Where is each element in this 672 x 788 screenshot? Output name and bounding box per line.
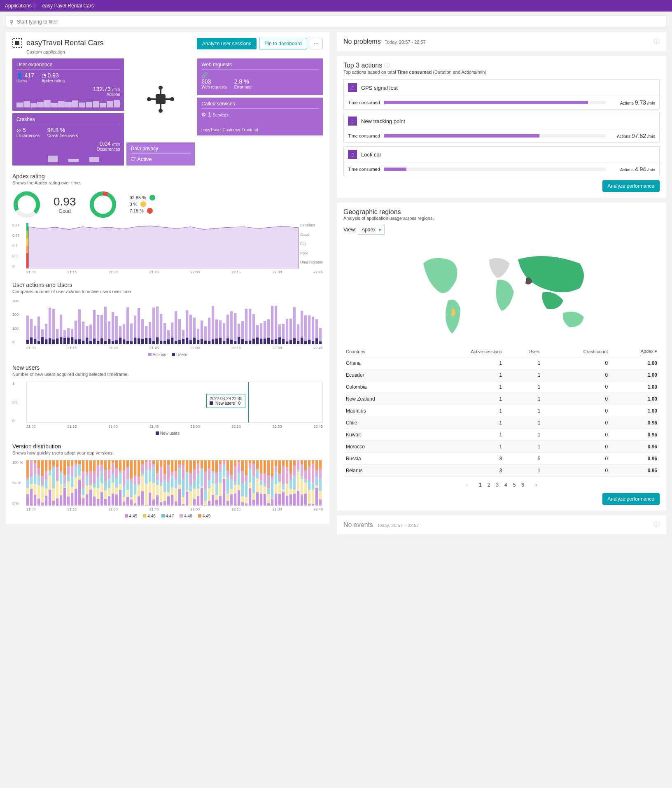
geo-title: Geographic regions xyxy=(343,208,660,216)
tile-data-privacy[interactable]: Data privacy 🛡 Active xyxy=(126,142,195,166)
svg-rect-286 xyxy=(108,488,110,496)
table-row[interactable]: Ghana1101.00 xyxy=(343,357,660,369)
action-item[interactable]: ▯ New tracking point Time consumed Actio… xyxy=(343,113,660,143)
table-row[interactable]: Kuwait1100.96 xyxy=(343,429,660,441)
svg-rect-63 xyxy=(115,316,118,344)
svg-rect-209 xyxy=(49,460,51,470)
tile-called-services[interactable]: Called services ⚙ 1 Services easyTravel … xyxy=(197,98,323,135)
svg-rect-265 xyxy=(93,497,96,506)
analyze-performance-button[interactable]: Analyze performance xyxy=(602,180,660,192)
svg-rect-371 xyxy=(171,488,173,495)
col-sessions[interactable]: Active sessions xyxy=(422,346,504,357)
svg-rect-328 xyxy=(138,477,140,485)
page-1[interactable]: 1 xyxy=(476,481,485,489)
svg-rect-538 xyxy=(293,466,296,476)
table-row[interactable]: Russia3500.96 xyxy=(343,453,660,465)
col-crash[interactable]: Crash count xyxy=(543,346,611,357)
newusers-chart: 2022-03-29 22:30 New users 0 xyxy=(26,382,323,423)
tile-user-experience[interactable]: User experience 👤 417Users ◔ 0.93Apdex r… xyxy=(12,58,124,111)
svg-rect-114 xyxy=(208,341,210,344)
page-4[interactable]: 4 xyxy=(502,481,510,489)
svg-rect-142 xyxy=(260,339,262,344)
more-menu-button[interactable]: ⋯ xyxy=(310,38,323,49)
action-item[interactable]: ▯ Lock car Time consumed Actions 4.94 /m… xyxy=(343,146,660,176)
svg-rect-386 xyxy=(182,497,184,504)
svg-rect-397 xyxy=(189,485,192,491)
svg-rect-92 xyxy=(167,339,170,344)
pin-to-dashboard-button[interactable]: Pin to dashboard xyxy=(259,38,307,49)
svg-rect-88 xyxy=(160,341,162,344)
svg-rect-566 xyxy=(315,485,318,488)
svg-rect-48 xyxy=(86,338,88,344)
breadcrumb-root[interactable]: Applications xyxy=(5,3,32,9)
svg-rect-54 xyxy=(97,341,99,344)
svg-rect-296 xyxy=(115,488,118,494)
gauge-icon: ◔ xyxy=(42,72,46,79)
tile-web-requests[interactable]: Web requests 🔗 603Web requests 2.8 %Erro… xyxy=(197,58,323,95)
info-icon[interactable]: ⓘ xyxy=(654,38,660,45)
analyze-user-sessions-button[interactable]: Analyze user sessions xyxy=(197,38,257,49)
page-3[interactable]: 3 xyxy=(493,481,502,489)
analyze-performance-button-2[interactable]: Analyze performance xyxy=(602,493,660,505)
svg-rect-519 xyxy=(278,460,281,474)
svg-rect-419 xyxy=(204,460,207,472)
col-countries[interactable]: Countries xyxy=(343,346,422,357)
svg-rect-557 xyxy=(308,480,310,490)
table-row[interactable]: Chile1100.96 xyxy=(343,417,660,429)
tile-title: Called services xyxy=(201,101,319,109)
table-row[interactable]: Colombia1101.00 xyxy=(343,381,660,393)
svg-rect-72 xyxy=(130,341,133,344)
svg-rect-338 xyxy=(145,462,147,470)
svg-rect-147 xyxy=(271,306,273,344)
svg-rect-244 xyxy=(75,460,77,464)
svg-rect-140 xyxy=(256,338,259,344)
col-users[interactable]: Users xyxy=(504,346,543,357)
svg-rect-24 xyxy=(41,337,44,344)
page-5[interactable]: 5 xyxy=(510,481,519,489)
info-icon[interactable]: ⓘ xyxy=(654,521,660,529)
svg-rect-465 xyxy=(241,502,244,506)
svg-rect-155 xyxy=(286,319,288,344)
page-prev[interactable]: ‹ xyxy=(463,481,471,489)
world-map[interactable] xyxy=(343,239,660,346)
apdex-donut xyxy=(12,190,41,219)
info-icon[interactable]: ⓘ xyxy=(384,62,390,69)
svg-rect-106 xyxy=(193,338,196,344)
table-row[interactable]: Mauritius1101.00 xyxy=(343,405,660,417)
svg-rect-400 xyxy=(193,499,196,506)
filter-input[interactable] xyxy=(6,16,666,28)
svg-rect-120 xyxy=(219,338,222,344)
col-apdex[interactable]: Apdex ▾ xyxy=(610,346,660,357)
svg-rect-50 xyxy=(89,341,92,344)
table-row[interactable]: Morocco1100.96 xyxy=(343,441,660,453)
svg-rect-420 xyxy=(208,501,210,506)
svg-rect-326 xyxy=(138,485,140,497)
svg-rect-166 xyxy=(304,341,307,344)
svg-rect-186 xyxy=(34,484,36,495)
page-2[interactable]: 2 xyxy=(485,481,493,489)
svg-rect-165 xyxy=(304,315,307,344)
svg-rect-559 xyxy=(308,460,310,467)
page-6[interactable]: 6 xyxy=(518,481,527,489)
svg-rect-309 xyxy=(123,460,125,470)
table-row[interactable]: Ecuador1101.00 xyxy=(343,369,660,381)
view-select[interactable]: Apdex▾ xyxy=(358,225,385,235)
table-row[interactable]: Belarus3100.95 xyxy=(343,465,660,477)
svg-rect-38 xyxy=(67,338,70,344)
svg-rect-134 xyxy=(245,341,247,344)
smile-icon xyxy=(149,195,155,200)
svg-rect-121 xyxy=(223,323,225,344)
page-next[interactable]: › xyxy=(532,481,540,489)
svg-rect-233 xyxy=(67,466,70,475)
table-row[interactable]: New Zealand1101.00 xyxy=(343,393,660,405)
svg-rect-475 xyxy=(249,488,251,506)
action-item[interactable]: ▯ GPS signal lost Time consumed Actions … xyxy=(343,79,660,110)
svg-rect-454 xyxy=(230,460,233,475)
apdex-score: 0.93 xyxy=(54,195,76,208)
geo-table: Countries Active sessions Users Crash co… xyxy=(343,346,660,477)
svg-rect-479 xyxy=(249,460,251,463)
tile-crashes[interactable]: Crashes ⊘ 5Occurrences 98.8 %Crash-free … xyxy=(12,113,124,166)
svg-rect-354 xyxy=(156,460,159,473)
breadcrumb-current[interactable]: easyTravel Rental Cars xyxy=(42,3,94,9)
svg-rect-255 xyxy=(86,494,88,506)
